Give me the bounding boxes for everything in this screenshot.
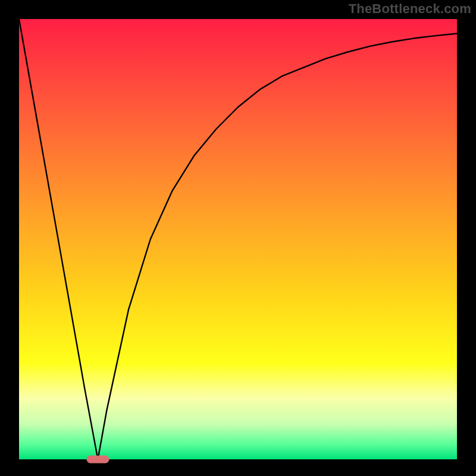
watermark-text: TheBottleneck.com [349, 1, 471, 17]
chart-frame: TheBottleneck.com [0, 0, 476, 476]
plot-background [19, 19, 457, 459]
optimal-marker [87, 456, 109, 464]
bottleneck-chart [0, 0, 476, 476]
